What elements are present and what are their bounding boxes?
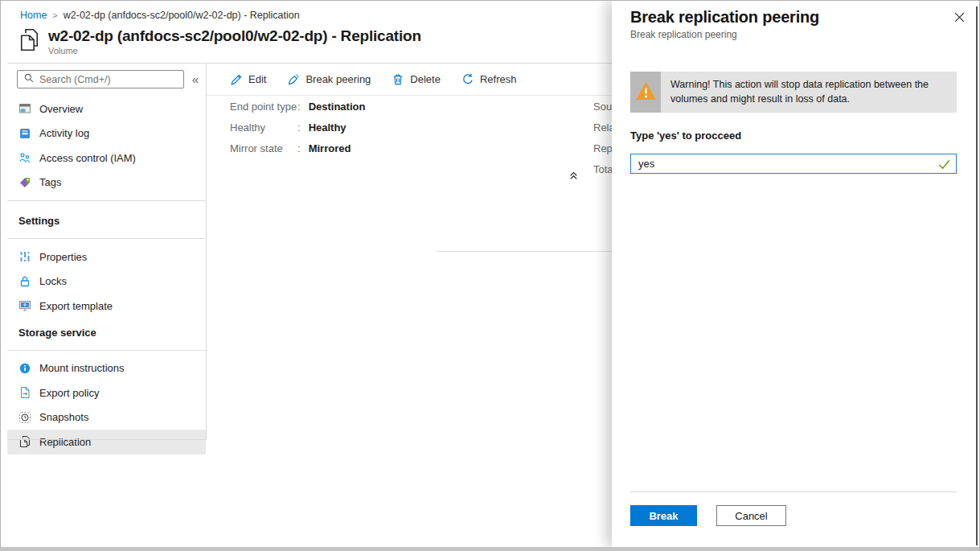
collapse-details-icon[interactable] <box>568 170 579 180</box>
delete-icon <box>392 73 404 86</box>
refresh-icon <box>461 73 474 86</box>
search-input[interactable] <box>39 74 178 85</box>
panel-subtitle: Break replication peering <box>630 29 737 40</box>
panel-footer-divider <box>630 491 957 492</box>
panel-title: Break replication peering <box>630 8 819 27</box>
detail-colon: : <box>297 142 301 154</box>
page-title: w2-02-dp (anfdocs-sc2/pool0/w2-02-dp) - … <box>48 27 421 45</box>
confirm-input-wrapper <box>630 154 957 174</box>
export-policy-icon <box>18 386 31 399</box>
sidebar-item-activity-log[interactable]: Activity log <box>7 121 206 146</box>
sidebar-item-mount-instructions[interactable]: Mount instructions <box>7 356 206 381</box>
sidebar-item-properties[interactable]: Properties <box>7 245 206 269</box>
sidebar-divider <box>7 238 206 239</box>
detail-colon: : <box>297 101 301 113</box>
detail-value: Healthy <box>309 121 346 134</box>
delete-button[interactable]: Delete <box>392 73 441 86</box>
break-peering-icon <box>287 73 300 86</box>
cancel-button[interactable]: Cancel <box>716 505 786 526</box>
app-window: Home > w2-02-dp (anfdocs-sc2/pool0/w2-02… <box>0 0 980 551</box>
sidebar-item-export-template[interactable]: Export template <box>7 294 206 319</box>
sidebar-item-label: Locks <box>39 275 67 287</box>
info-icon <box>18 362 31 375</box>
sidebar-divider <box>7 200 206 201</box>
warning-banner: Warning! This action will stop data repl… <box>630 72 957 113</box>
valid-check-icon <box>938 158 950 169</box>
warning-stripe <box>630 72 661 113</box>
close-icon[interactable] <box>952 10 966 24</box>
export-template-icon <box>18 299 31 312</box>
replication-details: End point type : Destination Healthy : H… <box>207 96 612 158</box>
detail-row-healthy: Healthy : Healthy <box>230 117 612 138</box>
sidebar-group-settings: Settings <box>7 207 206 232</box>
replication-icon <box>18 435 31 448</box>
refresh-button[interactable]: Refresh <box>461 73 517 86</box>
detail-label: End point type <box>230 101 297 113</box>
break-peering-button[interactable]: Break peering <box>287 73 371 86</box>
lock-icon <box>18 275 31 288</box>
sidebar-item-label: Export template <box>39 300 113 312</box>
properties-icon <box>18 250 31 263</box>
tags-icon <box>18 176 31 189</box>
toolbar-item-label: Edit <box>248 73 266 85</box>
toolbar-item-label: Delete <box>410 73 441 85</box>
sidebar-collapse-button[interactable]: « <box>188 72 203 86</box>
sidebar-item-label: Properties <box>39 251 87 263</box>
break-button[interactable]: Break <box>630 505 697 526</box>
sidebar-item-label: Tags <box>39 176 61 188</box>
confirm-label: Type 'yes' to procceed <box>630 130 741 142</box>
sidebar-item-overview[interactable]: Overview <box>7 97 206 121</box>
toolbar: Edit Break peering Delete Refresh <box>207 64 612 96</box>
breadcrumb-current: w2-02-dp (anfdocs-sc2/pool0/w2-02-dp) - … <box>64 10 300 21</box>
breadcrumb: Home > w2-02-dp (anfdocs-sc2/pool0/w2-02… <box>20 10 300 21</box>
sidebar-group-storage-service: Storage service <box>7 319 206 344</box>
edit-icon <box>230 73 243 86</box>
detail-row-mirror-state: Mirror state : Mirrored <box>230 138 612 158</box>
sidebar-item-tags[interactable]: Tags <box>7 171 206 195</box>
sidebar-item-snapshots[interactable]: Snapshots <box>7 405 206 430</box>
detail-colon: : <box>297 121 301 134</box>
sidebar-item-label: Export policy <box>39 387 99 399</box>
activity-log-icon <box>18 127 31 140</box>
overview-icon <box>18 102 31 115</box>
warning-triangle-icon <box>635 81 657 104</box>
detail-label: Mirror state <box>230 142 297 154</box>
sidebar-item-label: Mount instructions <box>39 362 125 374</box>
detail-value: Mirrored <box>309 142 351 154</box>
break-replication-panel: Break replication peering Break replicat… <box>612 1 980 547</box>
detail-value: Destination <box>309 101 366 113</box>
toolbar-item-label: Break peering <box>305 73 371 85</box>
main-content: Edit Break peering Delete Refresh <box>207 64 612 439</box>
sidebar-divider <box>7 350 206 351</box>
breadcrumb-separator: > <box>52 10 57 20</box>
toolbar-item-label: Refresh <box>480 73 517 85</box>
search-icon <box>23 72 35 87</box>
sidebar-bottom-divider <box>7 439 207 440</box>
sidebar: « Overview Activity log Access control (… <box>7 64 206 454</box>
snapshots-icon <box>18 411 31 424</box>
confirm-input[interactable] <box>631 154 956 173</box>
page-subtitle: Volume <box>48 46 421 56</box>
breadcrumb-home-link[interactable]: Home <box>20 10 47 21</box>
sidebar-item-label: Access control (IAM) <box>39 152 136 164</box>
sidebar-item-label: Snapshots <box>39 411 88 423</box>
sidebar-item-label: Activity log <box>39 127 89 139</box>
warning-text: Warning! This action will stop data repl… <box>661 72 957 113</box>
page-header: w2-02-dp (anfdocs-sc2/pool0/w2-02-dp) - … <box>18 27 421 56</box>
access-control-icon <box>18 151 31 164</box>
edit-button[interactable]: Edit <box>230 73 266 86</box>
sidebar-item-label: Replication <box>39 436 91 448</box>
panel-scrollbar[interactable] <box>976 6 978 545</box>
sidebar-item-label: Overview <box>39 103 83 115</box>
sidebar-search <box>17 70 184 88</box>
sidebar-item-locks[interactable]: Locks <box>7 269 206 294</box>
sidebar-item-access-control[interactable]: Access control (IAM) <box>7 146 206 171</box>
detail-row-endpoint-type: End point type : Destination <box>230 96 612 117</box>
detail-label: Healthy <box>230 121 297 134</box>
sidebar-item-replication[interactable]: Replication <box>7 430 206 454</box>
volume-pages-icon <box>18 27 40 56</box>
sidebar-item-export-policy[interactable]: Export policy <box>7 380 206 405</box>
